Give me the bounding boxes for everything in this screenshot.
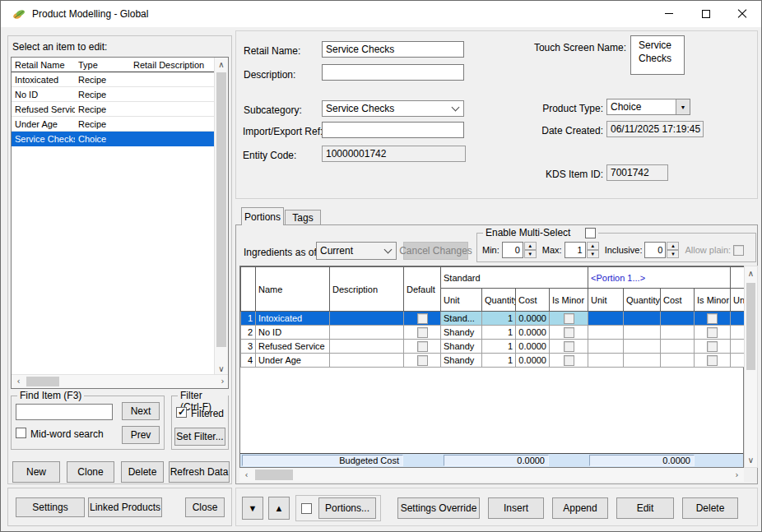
grid-col-cost[interactable]: Cost	[516, 289, 550, 312]
cell-unit[interactable]: Shandy	[441, 354, 482, 368]
grid-col-is-minor[interactable]: Is Minor	[550, 289, 588, 312]
retail-name-input[interactable]: Service Checks	[322, 41, 464, 58]
min-value[interactable]: 0	[502, 242, 523, 258]
ingredients-as-of-select[interactable]: Current	[316, 242, 397, 260]
cell-p1-cost[interactable]	[661, 340, 695, 354]
cell-p1-unit[interactable]	[588, 312, 624, 326]
cell-default[interactable]	[404, 354, 441, 368]
new-button[interactable]: New	[12, 461, 60, 483]
cell-description[interactable]	[330, 354, 404, 368]
cell-description[interactable]	[330, 312, 404, 326]
grid-col-cost[interactable]: Cost	[661, 289, 695, 312]
grid-col-quantity[interactable]: Quantity	[624, 289, 661, 312]
cell-p1-cost[interactable]	[661, 326, 695, 340]
append-button[interactable]: Append	[552, 497, 608, 519]
scrollbar-thumb[interactable]	[255, 470, 293, 480]
grid-vertical-scrollbar[interactable]: ∧ ∨	[744, 266, 758, 468]
cell-p1-is-minor[interactable]	[695, 354, 731, 368]
portions-checkbox[interactable]	[301, 503, 312, 514]
is-minor-checkbox[interactable]	[564, 355, 574, 366]
cell-is-minor[interactable]	[550, 312, 588, 326]
scroll-up-icon[interactable]: ∧	[745, 266, 757, 280]
is-minor-checkbox[interactable]	[564, 327, 574, 338]
cell-is-minor[interactable]	[550, 326, 588, 340]
min-stepper[interactable]: 0 ▲▼	[502, 242, 537, 258]
list-horizontal-scrollbar[interactable]: ‹ ›	[12, 374, 229, 388]
grid-row[interactable]: 2 No ID Shandy 1 0.0000	[241, 326, 746, 340]
is-minor-checkbox[interactable]	[707, 313, 718, 324]
linked-products-button[interactable]: Linked Products	[88, 497, 162, 517]
cell-name[interactable]: Intoxicated	[256, 312, 330, 326]
grid-group-standard[interactable]: Standard	[441, 267, 588, 289]
cell-unit[interactable]: Shandy	[441, 340, 482, 354]
col-type[interactable]: Type	[75, 60, 130, 70]
cell-default[interactable]	[404, 312, 441, 326]
cell-quantity[interactable]: 1	[482, 312, 516, 326]
list-item[interactable]: Under Age Recipe	[12, 117, 228, 132]
spin-down-icon[interactable]: ▼	[587, 250, 599, 258]
enable-multi-select-checkbox[interactable]	[585, 228, 596, 238]
cell-is-minor[interactable]	[550, 354, 588, 368]
grid-col-default[interactable]: Default	[404, 267, 441, 312]
list-vertical-scrollbar[interactable]: ∧ ∨	[214, 58, 228, 376]
col-retail-name[interactable]: Retail Name	[12, 60, 75, 70]
grid-col-unit[interactable]: Unit	[441, 289, 482, 312]
settings-button[interactable]: Settings	[16, 497, 85, 517]
default-checkbox[interactable]	[417, 341, 428, 352]
default-checkbox[interactable]	[417, 355, 428, 366]
grid-col-name[interactable]: Name	[256, 267, 330, 312]
cancel-changes-button[interactable]: Cancel Changes	[403, 242, 468, 260]
cell-cost[interactable]: 0.0000	[516, 354, 550, 368]
cell-p1-cost[interactable]	[661, 354, 695, 368]
col-retail-description[interactable]: Retail Description	[130, 60, 216, 70]
default-checkbox[interactable]	[417, 327, 428, 338]
filtered-checkbox[interactable]	[176, 407, 187, 418]
max-stepper[interactable]: 1 ▲▼	[565, 242, 599, 258]
list-item[interactable]: Refused Service Recipe	[12, 102, 228, 117]
move-down-button[interactable]: ▼	[242, 497, 263, 520]
is-minor-checkbox[interactable]	[564, 341, 574, 352]
spin-down-icon[interactable]: ▼	[524, 250, 537, 258]
midword-search-checkbox[interactable]	[16, 428, 26, 438]
cell-p1-quantity[interactable]	[624, 312, 661, 326]
cell-name[interactable]: No ID	[256, 326, 330, 340]
inclusive-value[interactable]: 0	[644, 242, 666, 258]
is-minor-checkbox[interactable]	[564, 313, 574, 324]
clone-button[interactable]: Clone	[67, 461, 114, 483]
move-up-button[interactable]: ▲	[268, 497, 290, 520]
grid-row[interactable]: 4 Under Age Shandy 1 0.0000	[241, 354, 746, 368]
dropdown-arrow-icon[interactable]: ▼	[676, 99, 690, 114]
product-type-select[interactable]: Choice ▼	[606, 99, 690, 115]
scroll-down-icon[interactable]: ∨	[745, 453, 757, 467]
find-next-button[interactable]: Next	[122, 402, 160, 420]
is-minor-checkbox[interactable]	[707, 341, 718, 352]
scrollbar-thumb[interactable]	[746, 283, 755, 370]
description-input[interactable]	[322, 64, 464, 81]
list-item[interactable]: No ID Recipe	[12, 87, 228, 102]
cell-unit[interactable]: Shandy	[441, 326, 482, 340]
cell-quantity[interactable]: 1	[482, 326, 516, 340]
delete-row-button[interactable]: Delete	[682, 497, 738, 519]
default-checkbox[interactable]	[417, 313, 428, 324]
spin-up-icon[interactable]: ▲	[524, 242, 537, 250]
set-filter-button[interactable]: Set Filter...	[174, 428, 225, 446]
cell-p1-cost[interactable]	[661, 312, 695, 326]
touch-screen-name-input[interactable]: Service Checks	[630, 35, 685, 75]
portions-dialog-button[interactable]: Portions...	[318, 497, 376, 519]
grid-row-selected[interactable]: 1 Intoxicated Stand... 1 0.0000	[241, 312, 746, 326]
close-dialog-button[interactable]: Close	[185, 497, 225, 517]
allow-plain-checkbox[interactable]	[733, 245, 744, 256]
list-item[interactable]: Intoxicated Recipe	[12, 72, 228, 87]
cell-unit[interactable]: Stand...	[441, 312, 482, 326]
cell-p1-quantity[interactable]	[624, 354, 661, 368]
cell-default[interactable]	[404, 340, 441, 354]
settings-override-button[interactable]: Settings Override	[397, 497, 480, 519]
is-minor-checkbox[interactable]	[707, 327, 718, 338]
max-value[interactable]: 1	[565, 242, 586, 258]
scrollbar-thumb[interactable]	[26, 377, 59, 386]
is-minor-checkbox[interactable]	[707, 355, 718, 366]
cell-quantity[interactable]: 1	[482, 340, 516, 354]
tab-tags[interactable]: Tags	[285, 210, 321, 225]
import-export-input[interactable]	[322, 122, 464, 138]
spin-up-icon[interactable]: ▲	[587, 242, 599, 250]
